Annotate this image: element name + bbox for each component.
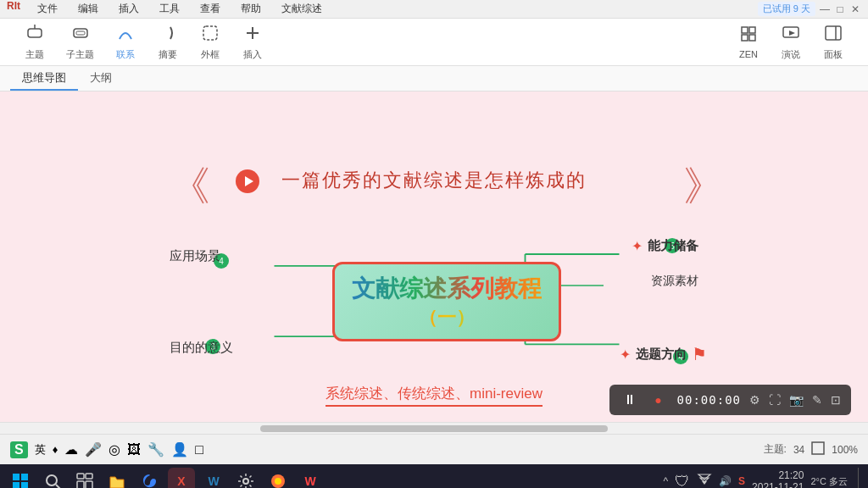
- status-icon-3: ♦: [53, 443, 58, 456]
- toolbar-relation-label: 联系: [116, 48, 135, 61]
- svg-rect-29: [21, 474, 28, 480]
- svg-rect-36: [77, 481, 84, 488]
- svg-rect-7: [742, 27, 748, 33]
- taskbar-explorer[interactable]: [103, 468, 131, 488]
- toolbar-summary[interactable]: 摘要: [147, 20, 189, 64]
- svg-point-38: [243, 479, 248, 484]
- taskbar-edge[interactable]: [136, 468, 163, 488]
- toolbar-insert-label: 插入: [243, 48, 262, 61]
- toolbar-relation[interactable]: 联系: [104, 20, 147, 64]
- status-icon-mic: 🎤: [85, 441, 102, 458]
- tray-temp: 2°C 多云: [810, 475, 848, 488]
- toolbar-sub-topic[interactable]: 子主题: [56, 20, 104, 64]
- panel-icon: [824, 24, 843, 47]
- taskbar-settings[interactable]: [232, 468, 259, 488]
- border-icon: [201, 24, 220, 47]
- node-bottom-right: ✦ 选题方向 ⚑: [620, 344, 707, 364]
- star-top-right-icon: ✦: [632, 238, 643, 254]
- relation-icon: [116, 24, 135, 47]
- tab-mindmap[interactable]: 思维导图: [10, 67, 78, 91]
- tab-outline[interactable]: 大纲: [78, 67, 124, 91]
- title-bar: RIt 文件 编辑 插入 工具 查看 帮助 文献综述 已试用 9 天 — □ ✕: [0, 0, 868, 19]
- menu-tools[interactable]: 工具: [156, 0, 183, 18]
- status-bar: S 英 ♦ ☁ 🎤 ◎ 🖼 🔧 👤 □ 主题: 34 100%: [0, 434, 868, 464]
- toolbar-insert[interactable]: 插入: [231, 20, 274, 64]
- taskbar-taskview[interactable]: [71, 468, 98, 488]
- svg-rect-34: [77, 474, 84, 479]
- top-left-label: 应用场景: [170, 248, 220, 263]
- taskbar-firefox[interactable]: [264, 468, 292, 488]
- svg-rect-0: [28, 29, 42, 37]
- taskbar-wps[interactable]: W: [297, 468, 324, 488]
- svg-rect-30: [13, 482, 19, 488]
- toolbar-zen-label: ZEN: [739, 49, 758, 59]
- bottom-review-text: 系统综述、传统综述、mini-review: [326, 384, 542, 407]
- expand-icon[interactable]: ⊡: [831, 393, 841, 407]
- video-controls: ⏸ ● 00:00:00 ⚙ ⛶ 📷 ✎ ⊡: [609, 385, 851, 415]
- time-display: 00:00:00: [677, 393, 741, 407]
- menu-litwrap[interactable]: 文献综述: [278, 0, 326, 18]
- taskbar: X W W ^ 🛡 🔊 S 21:20 2021-11-21 2°C 多云: [0, 464, 868, 488]
- time-display-taskbar: 21:20: [752, 469, 804, 481]
- tray-antivirus: 🛡: [675, 473, 690, 489]
- tray-sound[interactable]: 🔊: [719, 475, 732, 487]
- camera-icon[interactable]: 📷: [789, 393, 804, 407]
- layout-icon[interactable]: ⛶: [769, 393, 781, 407]
- trial-badge: 已试用 9 天: [758, 2, 815, 16]
- insert-icon: [243, 24, 262, 47]
- main-content: 《 》 一篇优秀的文献综述是怎样炼成的 4 5 3 4: [0, 92, 868, 422]
- pause-button[interactable]: ⏸: [620, 390, 640, 410]
- taskbar-search[interactable]: [39, 468, 66, 488]
- taskbar-time: 21:20 2021-11-21: [752, 469, 804, 488]
- tray-superantispyware: S: [738, 475, 745, 487]
- taskbar-xmind[interactable]: X: [168, 468, 195, 488]
- title-bar-controls: 已试用 9 天 — □ ✕: [758, 2, 861, 16]
- svg-rect-35: [86, 474, 92, 479]
- flag-icon: ⚑: [692, 344, 707, 364]
- scroll-area[interactable]: [0, 422, 868, 434]
- maximize-button[interactable]: □: [834, 3, 846, 15]
- edit-icon[interactable]: ✎: [812, 393, 822, 407]
- center-text-line1: 文献综述系列教程: [352, 273, 542, 305]
- toolbar-border[interactable]: 外框: [189, 20, 231, 64]
- settings-icon[interactable]: ⚙: [749, 393, 760, 407]
- svg-rect-3: [76, 31, 85, 35]
- svg-rect-13: [826, 26, 841, 40]
- node-middle-right: 资源素材: [651, 274, 698, 289]
- record-button[interactable]: ●: [648, 390, 669, 410]
- menu-file[interactable]: 文件: [34, 0, 61, 18]
- tray-expand[interactable]: ^: [663, 475, 668, 487]
- main-topic-icon: [25, 24, 44, 47]
- star-bottom-right-icon: ✦: [620, 347, 631, 363]
- tray-network[interactable]: [697, 473, 712, 489]
- toolbar-zen[interactable]: ZEN: [727, 21, 770, 63]
- middle-right-label: 资源素材: [651, 274, 698, 287]
- status-icon-cloud: ☁: [64, 441, 78, 458]
- toolbar-main-topic[interactable]: 主题: [14, 20, 56, 64]
- menu-help[interactable]: 帮助: [237, 0, 264, 18]
- scroll-thumb[interactable]: [260, 425, 608, 432]
- top-right-label: 能力储备: [648, 238, 698, 254]
- status-icon-en[interactable]: 英: [35, 442, 46, 458]
- status-icon-box: □: [195, 442, 203, 458]
- taskbar-windows[interactable]: [7, 468, 34, 488]
- app-name: RIt: [7, 0, 20, 18]
- main-title: 一篇优秀的文献综述是怎样炼成的: [281, 168, 587, 193]
- menu-insert[interactable]: 插入: [115, 0, 142, 18]
- play-button[interactable]: [236, 169, 259, 193]
- toolbar-panel[interactable]: 面板: [812, 20, 854, 64]
- status-icon-cam: ◎: [108, 441, 120, 458]
- topic-count: 34: [793, 444, 804, 456]
- close-button[interactable]: ✕: [849, 3, 861, 15]
- menu-edit[interactable]: 编辑: [75, 0, 102, 18]
- title-bar-menu: RIt 文件 编辑 插入 工具 查看 帮助 文献综述: [7, 0, 326, 18]
- svg-rect-4: [203, 26, 217, 40]
- date-display: 2021-11-21: [752, 481, 804, 488]
- toolbar-presentation[interactable]: 演说: [770, 20, 812, 64]
- toolbar-summary-label: 摘要: [159, 48, 177, 61]
- minimize-button[interactable]: —: [819, 3, 831, 15]
- taskbar-tray: ^ 🛡 🔊 S 21:20 2021-11-21 2°C 多云: [663, 468, 861, 488]
- menu-view[interactable]: 查看: [197, 0, 224, 18]
- taskbar-word[interactable]: W: [200, 468, 227, 488]
- show-desktop[interactable]: [858, 468, 861, 488]
